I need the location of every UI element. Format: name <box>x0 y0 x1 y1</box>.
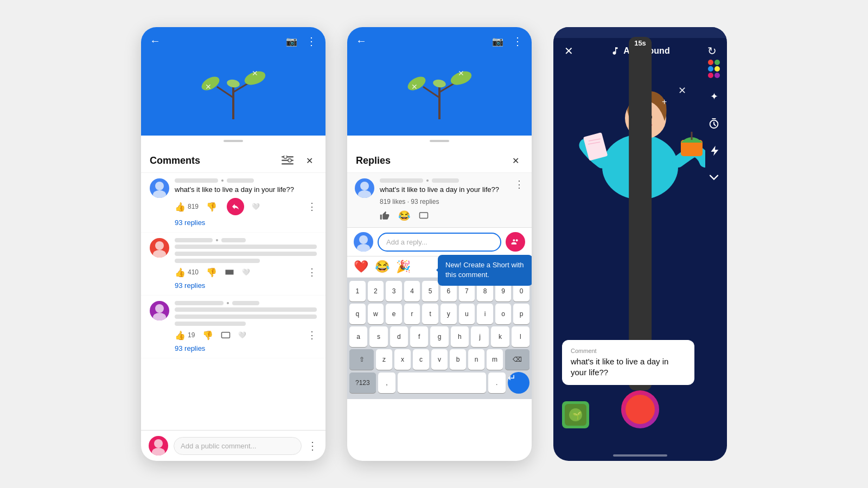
timer-tool[interactable] <box>705 115 723 132</box>
reply-circle-button[interactable] <box>227 198 244 215</box>
chevron-down-tool[interactable] <box>705 169 723 187</box>
comment-input[interactable]: Add a public comment... <box>174 437 302 455</box>
reply-input-area: Add a reply... New! Create a Short with … <box>347 228 532 256</box>
key-z[interactable]: z <box>376 349 392 370</box>
close-icon-2[interactable]: ✕ <box>508 153 523 168</box>
key-l[interactable]: l <box>512 326 529 347</box>
add-comment-more-icon[interactable]: ⋮ <box>307 439 318 452</box>
key-3[interactable]: 3 <box>386 281 402 301</box>
line3 <box>175 322 246 326</box>
like-action-orig[interactable] <box>380 211 390 221</box>
key-u[interactable]: u <box>459 304 475 324</box>
camera-icon-2[interactable]: 📷 <box>492 36 503 47</box>
key-1[interactable]: 1 <box>349 281 366 301</box>
like-action[interactable]: 👍 819 <box>175 202 199 212</box>
key-o[interactable]: o <box>495 304 512 324</box>
key-g[interactable]: g <box>430 326 448 347</box>
key-q[interactable]: q <box>349 304 366 324</box>
close-button[interactable]: ✕ <box>560 42 577 60</box>
backspace-key[interactable]: ⌫ <box>505 349 529 370</box>
record-button[interactable] <box>621 390 659 428</box>
comment-actions: 👍 410 👎 🤍 ⋮ <box>175 266 317 278</box>
key-n[interactable]: n <box>468 349 484 370</box>
reply-text-action[interactable] <box>221 331 231 339</box>
key-c[interactable]: c <box>413 349 429 370</box>
key-p[interactable]: p <box>513 304 529 324</box>
qwerty-row: q w e r t y u i o p <box>349 304 529 324</box>
replies-link[interactable]: 93 replies <box>175 219 317 227</box>
key-s[interactable]: s <box>369 326 387 347</box>
camera-icon[interactable]: 📷 <box>286 36 297 47</box>
react-action-orig[interactable]: 😂 <box>398 210 410 222</box>
key-f[interactable]: f <box>410 326 428 347</box>
dislike-action[interactable]: 👎 <box>206 202 217 212</box>
flash-tool[interactable] <box>705 142 723 159</box>
key-5[interactable]: 5 <box>422 281 438 301</box>
heart-action[interactable]: 🤍 <box>252 203 260 210</box>
back-icon-2[interactable]: ← <box>356 35 367 48</box>
svg-line-23 <box>423 87 439 98</box>
comment-more-button[interactable]: ⋮ <box>307 329 317 341</box>
replies-link[interactable]: 93 replies <box>175 281 317 290</box>
key-t[interactable]: t <box>422 304 438 324</box>
back-icon[interactable]: ← <box>150 35 161 48</box>
sparkle-tool[interactable]: ✦ <box>705 88 723 105</box>
like-action[interactable]: 👍 410 <box>175 267 199 278</box>
zxcv-row: ⇧ z x c v b n m ⌫ <box>349 349 529 370</box>
reply-action-orig[interactable] <box>419 211 429 221</box>
key-x[interactable]: x <box>394 349 411 370</box>
filter-icon[interactable] <box>280 153 295 168</box>
send-reply-button[interactable] <box>506 232 525 252</box>
key-y[interactable]: y <box>441 304 457 324</box>
original-comment: what's it like to live a day in your lif… <box>347 173 532 228</box>
key-r[interactable]: r <box>404 304 420 324</box>
heart-action[interactable]: 🤍 <box>242 268 250 276</box>
key-a[interactable]: a <box>349 326 367 347</box>
enter-key[interactable]: ↵ <box>508 372 529 394</box>
numbers-key[interactable]: ?123 <box>349 373 376 393</box>
key-d[interactable]: d <box>390 326 408 347</box>
reply-input[interactable]: Add a reply... <box>378 233 501 252</box>
key-4[interactable]: 4 <box>404 281 420 301</box>
phone-shorts-creator: ✕ Add Sound ↻ ✦ <box>553 27 727 461</box>
shift-key[interactable]: ⇧ <box>349 349 374 370</box>
period-key[interactable]: . <box>488 373 506 393</box>
celebrate-emoji[interactable]: 🎉 <box>396 260 411 274</box>
key-h[interactable]: h <box>451 326 469 347</box>
svg-text:✕: ✕ <box>678 85 686 96</box>
svg-text:✕: ✕ <box>458 69 464 78</box>
key-k[interactable]: k <box>491 326 509 347</box>
key-2[interactable]: 2 <box>368 281 384 301</box>
comment-more-button[interactable]: ⋮ <box>307 201 317 213</box>
more-icon-2[interactable]: ⋮ <box>512 35 523 48</box>
dislike-action[interactable]: 👎 <box>202 330 213 341</box>
heart-emoji[interactable]: ❤️ <box>354 260 368 274</box>
comma-key[interactable]: , <box>378 373 395 393</box>
key-e[interactable]: e <box>386 304 402 324</box>
reply-text-action[interactable] <box>225 268 234 276</box>
space-key[interactable] <box>398 373 486 393</box>
refresh-button[interactable]: ↻ <box>703 42 720 60</box>
like-action[interactable]: 👍 19 <box>175 330 195 341</box>
key-j[interactable]: j <box>471 326 489 347</box>
close-icon[interactable]: ✕ <box>302 153 317 168</box>
key-m[interactable]: m <box>487 349 503 370</box>
heart-action[interactable]: 🤍 <box>238 331 246 339</box>
replies-link[interactable]: 93 replies <box>175 344 317 352</box>
key-v[interactable]: v <box>431 349 448 370</box>
svg-point-27 <box>432 79 446 88</box>
svg-text:✕: ✕ <box>411 82 418 91</box>
laugh-emoji[interactable]: 😂 <box>375 260 390 274</box>
bottom-row: ?123 , . ↵ <box>349 372 529 394</box>
key-w[interactable]: w <box>368 304 384 324</box>
comment-more-button[interactable]: ⋮ <box>307 266 317 278</box>
color-picker-tool[interactable] <box>705 60 723 78</box>
comment-card-text: what's it like to live a day in your lif… <box>571 356 686 377</box>
video-thumbnail[interactable]: 🌱 <box>562 401 589 428</box>
key-i[interactable]: i <box>477 304 493 324</box>
comment-lines <box>175 307 317 326</box>
dislike-action[interactable]: 👎 <box>206 267 217 278</box>
key-b[interactable]: b <box>450 349 466 370</box>
more-icon[interactable]: ⋮ <box>306 35 317 48</box>
orig-more-btn[interactable]: ⋮ <box>514 178 524 190</box>
